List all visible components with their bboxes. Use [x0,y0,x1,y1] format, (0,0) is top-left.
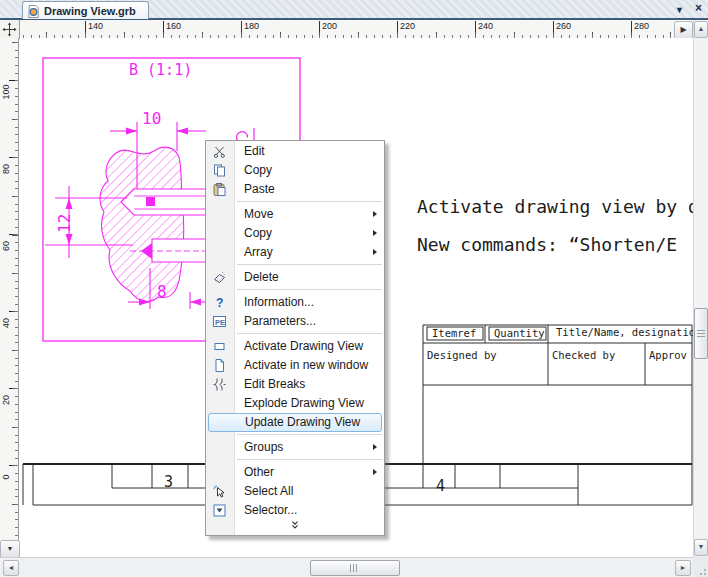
hruler-label: 180 [241,21,259,31]
breaks-icon [213,378,226,391]
hruler-scroll-right-button[interactable]: ▶ [674,21,693,39]
new-window-icon [213,359,226,372]
document-tab-bar: Drawing View.grb ▼ × [0,0,708,20]
menu-item-label: Information... [244,295,314,309]
vertical-scrollbar[interactable]: ▲ ▼ [693,20,708,557]
hruler-label: 280 [631,21,649,31]
menu-item-label: Paste [244,182,275,196]
menu-item-activate-drawing-view[interactable]: Activate Drawing View [206,337,384,356]
menu-separator [237,201,382,202]
scroll-right-button[interactable]: ► [675,560,691,576]
tab-drawing-view[interactable]: Drawing View.grb [22,1,149,19]
copy-icon [213,164,226,177]
scroll-left-button[interactable]: ◄ [3,560,19,576]
resize-grip[interactable] [693,557,708,577]
eraser-icon [213,271,226,284]
hruler-label: 260 [553,21,571,31]
submenu-arrow-icon [373,249,377,255]
scroll-up-button[interactable]: ▲ [694,21,708,38]
vruler-label: 0 [1,462,11,492]
close-icon[interactable]: × [695,1,702,15]
submenu-arrow-icon [373,444,377,450]
vruler-label: 60 [1,231,11,261]
vruler-scroll-down-button[interactable]: ▼ [0,540,20,558]
double-chevron-down-icon [289,520,301,530]
menu-item-label: Parameters... [244,314,316,328]
menu-item-label: Explode Drawing View [244,396,364,410]
application-window: Drawing View.grb ▼ × 140 160 180 200 220… [0,0,708,577]
menu-item-activate-in-new-window[interactable]: Activate in new window [206,356,384,375]
menu-item-label: Activate Drawing View [244,339,363,353]
menu-item-selector[interactable]: Selector... [206,501,384,520]
tab-list-dropdown-icon[interactable]: ▼ [675,3,684,17]
hruler-label: 140 [85,21,103,31]
horizontal-ruler[interactable]: 140 160 180 200 220 240 260 280 [20,20,674,39]
menu-item-label: Groups [244,440,283,454]
hruler-label: 160 [163,21,181,31]
vertical-ruler[interactable]: 100 80 60 40 20 0 [0,38,19,540]
menu-expand-chevron[interactable] [206,520,384,533]
menu-item-parameters[interactable]: PE Parameters... [206,312,384,331]
scissors-icon [213,145,226,158]
selector-icon [213,504,226,517]
select-cursor-icon [213,485,226,498]
menu-item-label: Update Drawing View [245,415,360,429]
hruler-label: 240 [475,21,493,31]
menu-item-label: Other [244,465,274,479]
submenu-arrow-icon [373,230,377,236]
submenu-arrow-icon [373,211,377,217]
menu-item-other[interactable]: Other [206,463,384,482]
ruler-origin-corner[interactable] [0,20,20,39]
question-icon: ? [213,296,226,309]
menu-item-label: Move [244,207,273,221]
menu-item-update-drawing-view[interactable]: Update Drawing View [208,413,382,432]
svg-text:PE: PE [215,318,225,327]
menu-separator [237,289,382,290]
menu-item-explode-drawing-view[interactable]: Explode Drawing View [206,394,384,413]
vruler-label: 80 [1,154,11,184]
view-rect-icon [213,340,226,353]
menu-item-copy-submenu[interactable]: Copy [206,224,384,243]
menu-item-delete[interactable]: Delete [206,268,384,287]
menu-item-label: Copy [244,226,272,240]
paste-icon [213,183,226,196]
menu-item-label: Copy [244,163,272,177]
menu-item-label: Select All [244,484,293,498]
hruler-label: 220 [397,21,415,31]
horizontal-scrollbar-thumb[interactable] [310,560,400,576]
menu-item-label: Delete [244,270,279,284]
menu-item-label: Selector... [244,503,297,517]
tab-title: Drawing View.grb [44,5,136,17]
hruler-label: 200 [319,21,337,31]
svg-text:?: ? [216,296,223,309]
menu-item-label: Edit [244,144,265,158]
vruler-label: 20 [1,385,11,415]
parameters-pe-icon: PE [213,315,226,328]
vertical-scrollbar-thumb[interactable] [694,308,708,359]
menu-item-groups[interactable]: Groups [206,438,384,457]
menu-separator [237,434,382,435]
menu-item-copy[interactable]: Copy [206,161,384,180]
submenu-arrow-icon [373,469,377,475]
menu-item-label: Array [244,245,273,259]
vruler-label: 100 [1,77,11,107]
menu-item-array[interactable]: Array [206,243,384,262]
menu-item-label: Activate in new window [244,358,368,372]
menu-separator [237,459,382,460]
grip-dots-icon [693,557,708,577]
menu-item-move[interactable]: Move [206,205,384,224]
menu-separator [237,264,382,265]
context-menu: Edit Copy Paste Move Copy Array [205,140,385,536]
menu-item-label: Edit Breaks [244,377,305,391]
horizontal-scrollbar[interactable]: ◄ ► [0,557,693,577]
menu-item-paste[interactable]: Paste [206,180,384,199]
menu-item-select-all[interactable]: Select All [206,482,384,501]
menu-item-edit[interactable]: Edit [206,142,384,161]
menu-item-information[interactable]: ? Information... [206,293,384,312]
menu-item-edit-breaks[interactable]: Edit Breaks [206,375,384,394]
vruler-label: 40 [1,308,11,338]
menu-separator [237,333,382,334]
scroll-down-button[interactable]: ▼ [694,539,708,556]
drawing-file-icon [27,5,40,18]
pan-crosshair-icon [2,22,17,37]
